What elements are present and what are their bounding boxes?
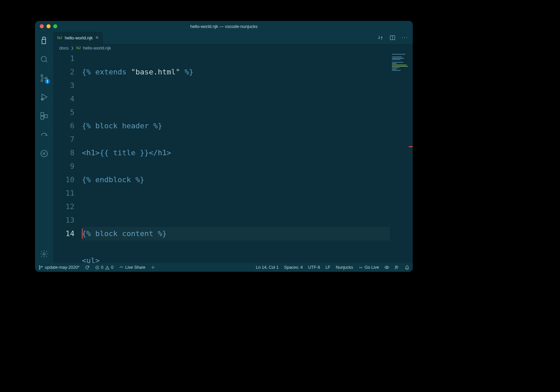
text-cursor xyxy=(82,229,83,239)
window-title: hello-world.njk — vscode-nunjucks xyxy=(190,24,257,29)
remote-icon[interactable] xyxy=(40,149,49,158)
maximize-icon[interactable] xyxy=(53,24,57,28)
tab-hello-world[interactable]: NJ hello-world.njk × xyxy=(53,32,103,44)
status-cursor-pos[interactable]: Ln 14, Col 1 xyxy=(256,265,278,270)
svg-point-12 xyxy=(39,268,40,269)
explorer-icon[interactable] xyxy=(40,36,49,45)
more-actions-icon[interactable]: ··· xyxy=(402,35,408,41)
current-line-highlight xyxy=(82,227,390,240)
titlebar: hello-world.njk — vscode-nunjucks xyxy=(35,21,413,32)
overview-ruler-mark xyxy=(409,146,413,147)
status-sync[interactable] xyxy=(85,265,90,270)
close-icon[interactable] xyxy=(40,24,44,28)
source-control-icon[interactable]: 1 xyxy=(40,74,49,83)
status-bell-icon[interactable] xyxy=(405,265,409,270)
status-encoding[interactable]: UTF-8 xyxy=(308,265,320,270)
svg-rect-7 xyxy=(44,115,48,118)
scm-badge: 1 xyxy=(45,79,50,84)
status-problems[interactable]: 0 0 xyxy=(95,265,114,270)
minimap[interactable] xyxy=(390,52,413,263)
svg-point-9 xyxy=(43,253,45,255)
svg-point-11 xyxy=(39,265,40,266)
chevron-right-icon: ❯ xyxy=(71,46,74,50)
activity-bar: 1 xyxy=(35,32,53,263)
breadcrumb-folder[interactable]: docs xyxy=(59,45,68,51)
status-indent[interactable]: Spaces: 4 xyxy=(284,265,303,270)
tab-filename: hello-world.njk xyxy=(65,35,93,40)
search-icon[interactable] xyxy=(40,55,49,64)
settings-gear-icon[interactable] xyxy=(40,250,49,258)
status-liveshare[interactable]: Live Share xyxy=(119,265,146,270)
code-editor[interactable]: 1234567 891011121314 {% extends "base.ht… xyxy=(53,52,413,263)
editor-actions: ··· xyxy=(373,32,413,44)
status-eol[interactable]: LF xyxy=(325,265,331,270)
tab-close-icon[interactable]: × xyxy=(95,35,98,41)
status-feedback-icon[interactable] xyxy=(395,265,399,270)
nunjucks-file-icon: NJ xyxy=(57,36,62,40)
svg-point-18 xyxy=(395,266,397,267)
svg-point-0 xyxy=(41,56,46,61)
vscode-window: hello-world.njk — vscode-nunjucks 1 xyxy=(35,21,413,272)
svg-point-16 xyxy=(360,267,361,268)
svg-rect-5 xyxy=(41,112,44,116)
editor-area: NJ hello-world.njk × ··· docs ❯ xyxy=(53,32,413,263)
status-language[interactable]: Nunjucks xyxy=(336,265,353,270)
split-editor-icon[interactable] xyxy=(390,35,396,41)
breadcrumbs[interactable]: docs ❯ NJ hello-world.njk xyxy=(53,44,413,52)
svg-point-2 xyxy=(41,80,43,81)
svg-point-17 xyxy=(386,267,387,268)
svg-rect-6 xyxy=(41,116,44,119)
tab-bar: NJ hello-world.njk × ··· xyxy=(53,32,413,44)
svg-point-1 xyxy=(41,75,43,76)
extensions-icon[interactable] xyxy=(40,111,49,120)
svg-point-15 xyxy=(152,267,153,268)
line-gutter: 1234567 891011121314 xyxy=(53,52,82,263)
status-preview-icon[interactable] xyxy=(384,265,389,270)
breadcrumb-file[interactable]: hello-world.njk xyxy=(83,45,111,51)
status-golive[interactable]: Go Live xyxy=(359,265,379,270)
compare-changes-icon[interactable] xyxy=(377,35,383,41)
nunjucks-file-icon: NJ xyxy=(76,46,81,50)
status-branch[interactable]: update-may-2020* xyxy=(38,265,80,270)
traffic-lights xyxy=(40,24,57,28)
share-icon[interactable] xyxy=(40,130,49,139)
minimize-icon[interactable] xyxy=(46,24,51,28)
run-debug-icon[interactable] xyxy=(40,93,49,101)
status-prettier-icon[interactable] xyxy=(151,265,155,269)
status-bar: update-may-2020* 0 0 Live Share Ln 14, C… xyxy=(35,263,413,272)
